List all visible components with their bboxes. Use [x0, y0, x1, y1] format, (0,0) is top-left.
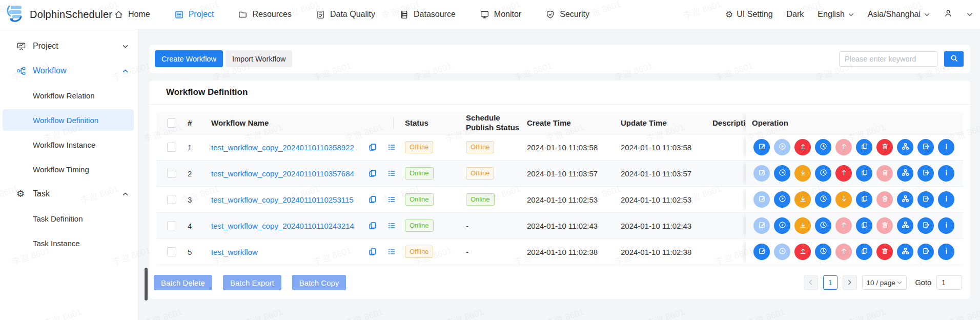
op-offline-button[interactable] [794, 191, 811, 208]
sidebar-item-task[interactable]: ⚙ Task [0, 182, 138, 206]
op-tree-view-button[interactable] [897, 165, 913, 182]
sidebar-item-workflow-definition[interactable]: Workflow Definition [0, 108, 138, 132]
select-all-checkbox[interactable] [167, 118, 176, 128]
copy-name-icon[interactable] [368, 143, 377, 152]
op-timing-button[interactable] [815, 165, 831, 182]
workflow-name-link[interactable]: test_workflow [211, 248, 258, 256]
op-copy-button[interactable] [856, 139, 872, 155]
workflow-name-link[interactable]: test_workflow_copy_20240110110243214 [211, 222, 354, 230]
op-delete-button[interactable] [876, 139, 893, 155]
op-export-button[interactable] [917, 139, 934, 155]
workflow-name-link[interactable]: test_workflow_copy_20240110110357684 [211, 169, 354, 178]
op-version-button[interactable] [938, 165, 954, 182]
timezone-select[interactable]: Asia/Shanghai [868, 10, 930, 19]
nav-project[interactable]: Project [174, 10, 214, 19]
op-export-button[interactable] [917, 244, 934, 260]
op-delete-button[interactable] [876, 165, 893, 182]
op-delete-button[interactable] [876, 191, 893, 208]
nav-home[interactable]: Home [114, 10, 150, 19]
batch-export-button[interactable]: Batch Export [223, 275, 281, 290]
task-list-icon[interactable] [387, 247, 396, 256]
sidebar-item-workflow-timing[interactable]: Workflow Timing [0, 157, 138, 182]
user-menu[interactable] [944, 9, 953, 20]
op-edit-button[interactable] [753, 139, 770, 155]
op-timing-button[interactable] [815, 244, 831, 260]
op-version-button[interactable] [938, 244, 954, 260]
sidebar-item-workflow[interactable]: Workflow [0, 58, 138, 83]
scrollbar-thumb[interactable] [145, 268, 148, 301]
op-run-button[interactable] [774, 191, 790, 208]
nav-security[interactable]: Security [545, 10, 589, 19]
copy-name-icon[interactable] [368, 195, 377, 204]
op-online-button[interactable] [794, 139, 811, 155]
op-run-button[interactable] [774, 165, 790, 182]
op-offline-button[interactable] [794, 217, 811, 234]
op-copy-button[interactable] [856, 244, 872, 260]
op-edit-button[interactable] [753, 165, 770, 182]
workflow-name-link[interactable]: test_workflow_copy_20240110110253115 [211, 195, 354, 204]
ui-setting-button[interactable]: ⚙ UI Setting [725, 10, 773, 19]
op-export-button[interactable] [917, 217, 934, 234]
op-copy-button[interactable] [856, 217, 872, 234]
prev-page-button[interactable] [804, 275, 818, 290]
op-schedule-online-button[interactable] [835, 244, 852, 260]
op-timing-button[interactable] [815, 191, 831, 208]
copy-name-icon[interactable] [368, 169, 377, 178]
goto-input[interactable] [936, 275, 962, 290]
row-checkbox[interactable] [167, 247, 176, 256]
op-tree-view-button[interactable] [897, 139, 913, 155]
sidebar-item-workflow-relation[interactable]: Workflow Relation [0, 83, 138, 108]
row-checkbox[interactable] [167, 143, 176, 152]
op-schedule-online-button[interactable] [835, 165, 852, 182]
task-list-icon[interactable] [387, 195, 396, 204]
page-size-select[interactable]: 10 / page [862, 275, 907, 290]
op-version-button[interactable] [938, 191, 954, 208]
op-version-button[interactable] [938, 139, 954, 155]
nav-data-quality[interactable]: Data Quality [316, 10, 375, 19]
batch-delete-button[interactable]: Batch Delete [154, 275, 212, 290]
sidebar-item-workflow-instance[interactable]: Workflow Instance [0, 132, 138, 157]
op-version-button[interactable] [938, 217, 954, 234]
op-tree-view-button[interactable] [897, 244, 913, 260]
row-checkbox[interactable] [167, 169, 176, 178]
op-delete-button[interactable] [876, 217, 893, 234]
theme-toggle[interactable]: Dark [787, 10, 804, 19]
sidebar-item-task-instance[interactable]: Task Instance [0, 231, 138, 255]
create-workflow-button[interactable]: Create Workflow [155, 50, 223, 67]
op-tree-view-button[interactable] [897, 217, 913, 234]
task-list-icon[interactable] [387, 221, 396, 230]
op-timing-button[interactable] [815, 217, 831, 234]
copy-name-icon[interactable] [368, 221, 377, 230]
search-input[interactable] [839, 51, 937, 67]
op-schedule-offline-button[interactable] [835, 191, 852, 208]
chevron-down-icon[interactable] [967, 11, 973, 17]
op-schedule-online-button[interactable] [835, 139, 852, 155]
batch-copy-button[interactable]: Batch Copy [292, 275, 346, 290]
op-tree-view-button[interactable] [897, 191, 913, 208]
op-edit-button[interactable] [753, 217, 770, 234]
search-button[interactable] [944, 51, 964, 67]
op-run-button[interactable] [774, 217, 790, 234]
op-copy-button[interactable] [856, 191, 872, 208]
op-run-button[interactable] [774, 139, 790, 155]
op-timing-button[interactable] [815, 139, 831, 155]
sidebar-item-task-definition[interactable]: Task Definition [0, 206, 138, 231]
page-1-button[interactable]: 1 [823, 275, 838, 290]
workflow-name-link[interactable]: test_workflow_copy_20240110110358922 [211, 143, 354, 152]
brand[interactable]: DolphinScheduler [6, 0, 112, 29]
op-run-button[interactable] [774, 244, 790, 260]
op-offline-button[interactable] [794, 165, 811, 182]
op-delete-button[interactable] [876, 244, 893, 260]
nav-datasource[interactable]: Datasource [399, 10, 456, 19]
row-checkbox[interactable] [167, 221, 176, 230]
task-list-icon[interactable] [387, 143, 396, 152]
op-schedule-online-button[interactable] [835, 217, 852, 234]
op-edit-button[interactable] [753, 244, 770, 260]
op-copy-button[interactable] [856, 165, 872, 182]
next-page-button[interactable] [843, 275, 857, 290]
copy-name-icon[interactable] [368, 247, 377, 256]
op-online-button[interactable] [794, 244, 811, 260]
sidebar-item-project[interactable]: Project [0, 34, 138, 58]
op-export-button[interactable] [917, 165, 934, 182]
task-list-icon[interactable] [387, 169, 396, 178]
